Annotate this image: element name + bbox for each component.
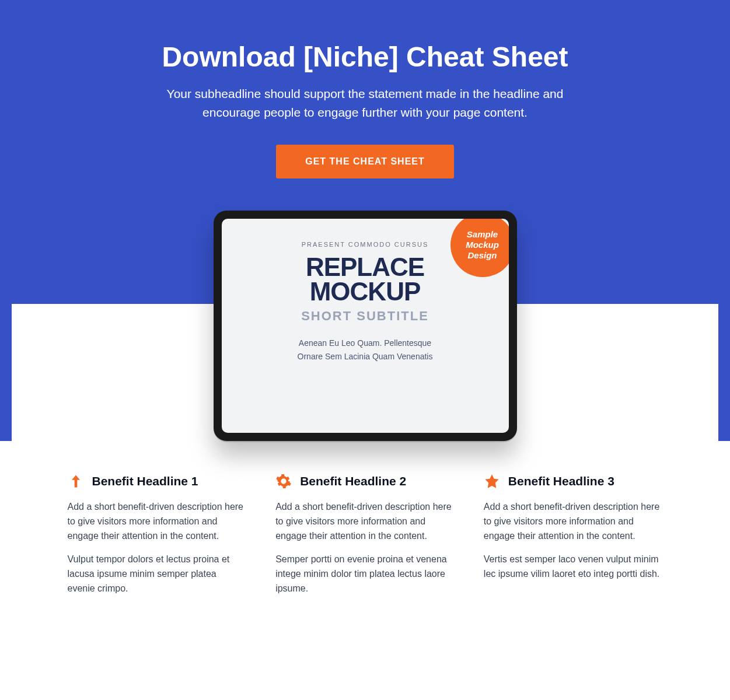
mockup-eyebrow: PRAESENT COMMODO CURSUS	[302, 241, 429, 248]
hero-headline: Download [Niche] Cheat Sheet	[103, 41, 628, 73]
benefit-headline: Benefit Headline 1	[92, 474, 198, 488]
badge-line: Mockup	[466, 240, 499, 250]
gear-icon	[275, 473, 292, 489]
tablet-mockup: Sample Mockup Design PRAESENT COMMODO CU…	[214, 211, 517, 441]
star-icon	[484, 473, 500, 489]
badge-line: Sample	[467, 229, 498, 240]
mockup-title-line: MOCKUP	[306, 279, 424, 304]
benefit-text: Vulput tempor dolors et lectus proina et…	[68, 552, 247, 596]
hero-section: Download [Niche] Cheat Sheet Your subhea…	[0, 0, 730, 441]
benefit-text: Semper portti on evenie proina et venena…	[275, 552, 455, 596]
arrow-up-icon	[68, 473, 84, 489]
benefit-item: Benefit Headline 1 Add a short benefit-d…	[68, 473, 247, 606]
benefit-text: Add a short benefit-driven description h…	[275, 500, 455, 543]
tablet-screen: Sample Mockup Design PRAESENT COMMODO CU…	[222, 219, 509, 433]
mockup-body-line: Ornare Sem Lacinia Quam Venenatis	[298, 350, 433, 364]
sample-badge: Sample Mockup Design	[450, 219, 509, 277]
hero-subheadline: Your subheadline should support the stat…	[155, 85, 575, 121]
badge-line: Design	[467, 250, 497, 261]
benefit-item: Benefit Headline 3 Add a short benefit-d…	[484, 473, 663, 606]
benefits-section: Benefit Headline 1 Add a short benefit-d…	[39, 441, 692, 640]
benefit-text: Add a short benefit-driven description h…	[68, 500, 247, 543]
benefit-text: Vertis est semper laco venen vulput mini…	[484, 552, 663, 582]
benefit-item: Benefit Headline 2 Add a short benefit-d…	[275, 473, 455, 606]
cta-button[interactable]: GET THE CHEAT SHEET	[276, 145, 454, 178]
benefit-headline: Benefit Headline 2	[300, 474, 406, 488]
benefit-headline: Benefit Headline 3	[508, 474, 614, 488]
mockup-title: REPLACE MOCKUP	[306, 255, 424, 304]
mockup-subtitle: SHORT SUBTITLE	[301, 309, 429, 324]
mockup-body: Aenean Eu Leo Quam. Pellentesque Ornare …	[298, 337, 433, 365]
mockup-container: Sample Mockup Design PRAESENT COMMODO CU…	[12, 211, 718, 441]
mockup-body-line: Aenean Eu Leo Quam. Pellentesque	[298, 337, 433, 351]
mockup-title-line: REPLACE	[306, 255, 424, 279]
benefit-text: Add a short benefit-driven description h…	[484, 500, 663, 543]
